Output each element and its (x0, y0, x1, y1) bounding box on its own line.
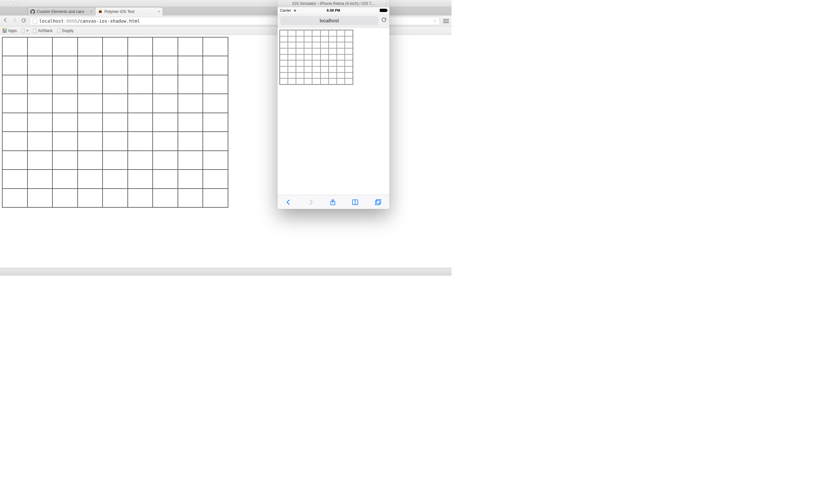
simulator-titlebar[interactable]: iOS Simulator - iPhone Retina (4-inch) /… (278, 0, 389, 7)
safari-back-icon[interactable] (285, 199, 292, 206)
bookmark-item[interactable]: + (22, 29, 29, 33)
grid-cell (128, 75, 153, 94)
grid-cell (280, 48, 288, 54)
forward-button[interactable] (12, 17, 17, 25)
tab-github[interactable]: Custom Elements and canv × (28, 7, 95, 15)
grid-cell (337, 48, 345, 54)
grid-cell (304, 78, 312, 84)
tab-label: Polymer iOS Test (105, 9, 156, 14)
grid-cell (345, 78, 353, 84)
safari-address-bar: localhost (278, 13, 389, 28)
grid-cell (296, 48, 304, 54)
grid-cell (329, 30, 337, 36)
carrier-label: Carrier (280, 8, 291, 12)
grid-cell (78, 151, 103, 169)
svg-rect-1 (99, 12, 102, 13)
grid-cell (102, 75, 128, 94)
grid-cell (321, 48, 329, 54)
grid-cell (102, 113, 128, 132)
grid-cell (312, 30, 320, 36)
safari-reload-icon[interactable] (381, 17, 387, 24)
bookmark-item[interactable]: ArtStack (33, 29, 52, 33)
traffic-minimize-icon[interactable] (8, 2, 12, 5)
grid-cell (102, 56, 128, 75)
grid-cell (321, 36, 329, 42)
grid-cell (288, 60, 296, 66)
grid-cell (178, 151, 203, 169)
grid-cell (203, 56, 228, 75)
grid-cell (288, 48, 296, 54)
traffic-zoom-icon[interactable] (13, 2, 17, 5)
grid-cell (337, 73, 345, 79)
grid-cell (312, 78, 320, 84)
grid-cell (203, 169, 228, 188)
tab-label: Custom Elements and canv (37, 9, 88, 14)
grid-cell (28, 151, 53, 169)
grid-cell (2, 132, 28, 151)
grid-cell (337, 42, 345, 48)
grid-cell (337, 60, 345, 66)
grid-cell (28, 169, 53, 188)
grid-cell (203, 113, 228, 132)
grid-cell (203, 94, 228, 113)
page-icon (57, 29, 61, 33)
grid-cell (78, 37, 103, 56)
chrome-menu-icon[interactable] (443, 19, 449, 23)
grid-cell (153, 113, 178, 132)
close-icon[interactable]: × (90, 9, 92, 14)
star-icon[interactable]: ☆ (432, 18, 437, 24)
grid-cell (102, 94, 128, 113)
grid-cell (288, 73, 296, 79)
grid-cell (312, 36, 320, 42)
grid-cell (28, 113, 53, 132)
safari-forward-icon[interactable] (307, 199, 315, 206)
close-icon[interactable]: × (158, 9, 160, 14)
safari-bookmarks-icon[interactable] (351, 199, 359, 206)
expand-icon[interactable]: ⤢ (384, 1, 387, 5)
grid-cell (2, 169, 28, 188)
back-button[interactable] (3, 17, 8, 25)
grid-cell (153, 132, 178, 151)
grid-cell (2, 94, 28, 113)
safari-tabs-icon[interactable] (374, 199, 382, 206)
grid-cell (321, 42, 329, 48)
grid-cell (78, 113, 103, 132)
apps-button[interactable]: Apps (3, 29, 17, 33)
url-text: localhost:8000/canvas-ios-shadow.html (39, 18, 140, 24)
safari-share-icon[interactable] (329, 199, 336, 206)
github-icon (30, 9, 35, 14)
grid-cell (2, 75, 28, 94)
grid-cell (28, 37, 53, 56)
grid-cell (329, 78, 337, 84)
grid-cell (312, 60, 320, 66)
grid-cell (78, 94, 103, 113)
safari-viewport (278, 28, 389, 195)
grid-cell (203, 132, 228, 151)
canvas-grid (2, 37, 229, 208)
grid-cell (296, 36, 304, 42)
grid-cell (296, 66, 304, 73)
grid-cell (28, 94, 53, 113)
grid-cell (329, 66, 337, 73)
battery-icon (380, 9, 387, 12)
grid-cell (321, 60, 329, 66)
grid-cell (153, 37, 178, 56)
grid-cell (178, 132, 203, 151)
bookmark-label: Svpply (62, 29, 74, 33)
grid-cell (304, 73, 312, 79)
tab-polymer[interactable]: Polymer iOS Test × (95, 7, 163, 15)
grid-cell (2, 113, 28, 132)
clock-label: 6:58 PM (327, 8, 340, 12)
reload-button[interactable] (21, 18, 27, 24)
ios-status-bar: Carrier 6:58 PM (278, 7, 389, 13)
bookmark-item[interactable]: Svpply (57, 29, 74, 33)
traffic-close-icon[interactable] (3, 2, 6, 5)
grid-cell (78, 75, 103, 94)
safari-url-field[interactable]: localhost (280, 16, 378, 25)
grid-cell (128, 132, 153, 151)
grid-cell (280, 60, 288, 66)
grid-cell (321, 66, 329, 73)
grid-cell (28, 75, 53, 94)
grid-cell (345, 36, 353, 42)
grid-cell (321, 78, 329, 84)
